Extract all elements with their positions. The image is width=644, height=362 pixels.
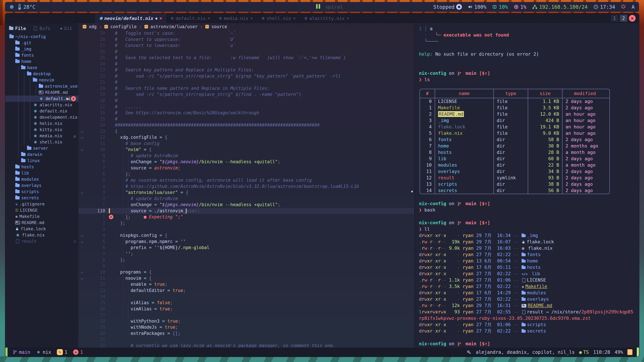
tree-item-README-md[interactable]: M↓README.md	[5, 220, 78, 226]
tree-item-shell-nix[interactable]: shell.nix	[5, 139, 78, 145]
power-button[interactable]	[621, 4, 626, 10]
editor-line[interactable]: 29# Toggle text's case: `~`	[78, 30, 414, 36]
editor-line[interactable]: 22# sed -ri "s/pattern_str/replace_str/g…	[78, 73, 414, 79]
tree-item-astronvim-user[interactable]: astronvim_user	[5, 83, 78, 89]
close-file-icon[interactable]: ×	[71, 96, 76, 101]
editor-line[interactable]: 22 # currently we use lazy.nvim as neovi…	[78, 343, 414, 348]
editor-line[interactable]: 4 # https://github.com/AstroNvim/AstroNv…	[78, 183, 414, 190]
editor-line[interactable]: 1× }; ■ Expecting ";"	[78, 214, 414, 220]
editor-line[interactable]: 2 };	[78, 220, 414, 226]
tree-item--git[interactable]: .git	[5, 40, 78, 46]
editor-line[interactable]: 7 '';	[78, 251, 414, 257]
editor-line[interactable]: 11 # base config	[78, 140, 414, 147]
code-buffer[interactable]: 29# Toggle text's case: `~`28# Convert t…	[78, 30, 414, 348]
network-indicator[interactable]: 192.168.5.100/24	[532, 4, 588, 10]
editor-line[interactable]: 13 defaultEditor = true;	[78, 287, 414, 294]
editor-line[interactable]: 28# Convert to uppercase: `U`	[78, 36, 414, 42]
editor-line[interactable]: 20# Search file name pattern and Replace…	[78, 85, 414, 91]
editor-pane[interactable]: xdg›configFile›astronvim/lua/user›source…	[78, 23, 414, 348]
breadcrumb-item[interactable]: configFile	[110, 24, 137, 29]
tree-item-fonts[interactable]: fonts	[5, 52, 78, 58]
editor-line[interactable]: 24#	[78, 61, 414, 67]
tree-item-secrets[interactable]: secrets	[5, 195, 78, 201]
tree-item-overlays[interactable]: overlays	[5, 182, 78, 189]
editor-line[interactable]: 25# Save the selected text to a file: `:…	[78, 55, 414, 61]
editor-line[interactable]: 18 withPython3 = true;	[78, 318, 414, 324]
editor-line[interactable]: 26#	[78, 49, 414, 55]
tab-close-icon[interactable]: ×	[347, 16, 349, 21]
editor-tab-neovim-default-nix[interactable]: ❄neovim/default.nix●×	[95, 13, 166, 23]
tab-close-icon[interactable]: ×	[293, 16, 296, 21]
editor-line[interactable]: 12 xdg.configFile = {	[78, 134, 414, 140]
editor-line[interactable]: 14	[78, 294, 414, 300]
editor-line[interactable]: 17# ......	[78, 104, 414, 110]
fold-chevron-icon[interactable]	[78, 275, 86, 281]
editor-line[interactable]: 9 # update AstroNvim	[78, 153, 414, 159]
tab-close-icon[interactable]: ×	[208, 16, 210, 21]
tab-close-icon[interactable]: ×	[250, 16, 253, 21]
tree-item-darwin[interactable]: darwin	[5, 151, 78, 158]
tree-item-kitty-nix[interactable]: kitty.nix	[5, 126, 78, 133]
editor-line[interactable]: 13{	[78, 128, 414, 134]
tree-item-scripts[interactable]: scripts	[5, 189, 78, 195]
tree-item-flake-nix[interactable]: flake.nix	[5, 232, 78, 238]
editor-line[interactable]: 7 source = astronvim;	[78, 165, 414, 171]
tree-item-README-md[interactable]: M↓README.md	[5, 89, 78, 95]
editor-line[interactable]: 2 # update AstroNvim	[78, 196, 414, 202]
editor-line[interactable]: 17	[78, 312, 414, 318]
fold-chevron-icon[interactable]	[78, 232, 86, 239]
editor-line[interactable]: 21#	[78, 79, 414, 85]
tabpage-2[interactable]: 2	[620, 15, 627, 22]
editor-line[interactable]: 5 # my cusotom astronvim config, astronv…	[78, 177, 414, 183]
nixos-logo-icon[interactable]: ❄	[10, 3, 14, 10]
tree-item-default-nix[interactable]: default.nix●×	[5, 95, 78, 102]
git-branch-status[interactable]: main	[12, 350, 30, 355]
tree-item-lib[interactable]: lib	[5, 170, 78, 176]
modified-count[interactable]: ✎ 1	[57, 349, 68, 355]
error-count[interactable]: × 1	[73, 350, 83, 355]
tree-item--gitignore[interactable]: .gitignore	[5, 201, 78, 207]
fold-chevron-icon[interactable]	[78, 128, 86, 134]
editor-line[interactable]: 3	[78, 226, 414, 232]
tree-item-helix-nix[interactable]: helix.nix	[5, 120, 78, 126]
tree-item-neovim[interactable]: neovim	[5, 77, 78, 83]
editor-line[interactable]: 21	[78, 336, 414, 343]
tree-item-server[interactable]: server	[5, 145, 78, 151]
tree-item-default-nix[interactable]: default.nix	[5, 108, 78, 114]
editor-line[interactable]: 110 source = ./astronvim_user;	[78, 208, 414, 214]
tree-item-flake-lock[interactable]: flake.lock	[5, 226, 78, 232]
editor-line[interactable]: 19 withNodeJs = true;	[78, 324, 414, 330]
editor-line[interactable]: 10 programs = {	[78, 269, 414, 275]
fold-chevron-icon[interactable]	[78, 189, 86, 196]
breadcrumb-item[interactable]: xdg	[89, 24, 96, 29]
editor-line[interactable]: 14######################################…	[78, 122, 414, 128]
editor-line[interactable]: 12 enable = true;	[78, 281, 414, 287]
editor-line[interactable]: 9	[78, 263, 414, 269]
editor-line[interactable]: 27# Convert to lowercase: `u`	[78, 42, 414, 49]
tree-item--nix-config[interactable]: ~/nix-config	[5, 33, 78, 40]
sidebar-tab-bufs[interactable]: Bufs	[30, 26, 54, 31]
editor-line[interactable]: 19# sed -ri "s/pattern_str/replace_str/g…	[78, 91, 414, 97]
fold-chevron-icon[interactable]	[78, 134, 86, 140]
fold-chevron-icon[interactable]	[78, 146, 86, 153]
editor-line[interactable]: 18#	[78, 97, 414, 104]
tree-item-base[interactable]: base	[5, 64, 78, 71]
breadcrumb-item[interactable]: source	[211, 24, 227, 29]
tree-item-alacritty-nix[interactable]: alacritty.nix	[5, 102, 78, 108]
tree-item-media-nix[interactable]: media.nix⚠	[5, 133, 78, 139]
editor-line[interactable]: 11 neovim = {	[78, 275, 414, 281]
editor-line[interactable]: 6 prefix = ''${HOME}/.npm-global	[78, 245, 414, 251]
editor-line[interactable]: 15 viAlias = false;	[78, 300, 414, 306]
tree-item-linux[interactable]: linux	[5, 158, 78, 164]
editor-line[interactable]: 8 };	[78, 257, 414, 263]
editor-line[interactable]: 16# See https://astronvim.com/Basic%20Us…	[78, 110, 414, 116]
editor-tab-shell-nix[interactable]: ❄shell.nix×	[257, 13, 300, 23]
media-pause-icon[interactable]	[316, 4, 321, 10]
tree-item-development-nix[interactable]: development.nix	[5, 114, 78, 120]
editor-tab-alacritty-nix[interactable]: ❄alacritty.nix×	[300, 13, 354, 23]
fold-chevron-icon[interactable]	[78, 269, 86, 275]
sidebar-tab-git[interactable]: Git	[54, 26, 78, 31]
terminal-pane[interactable]: 1 │ a · ╰─ executable was not found ╰───…	[414, 23, 639, 348]
tree-item-LICENSE[interactable]: LICENSE	[5, 207, 78, 213]
editor-line[interactable]: 4 nixpkgs.config = {	[78, 232, 414, 239]
